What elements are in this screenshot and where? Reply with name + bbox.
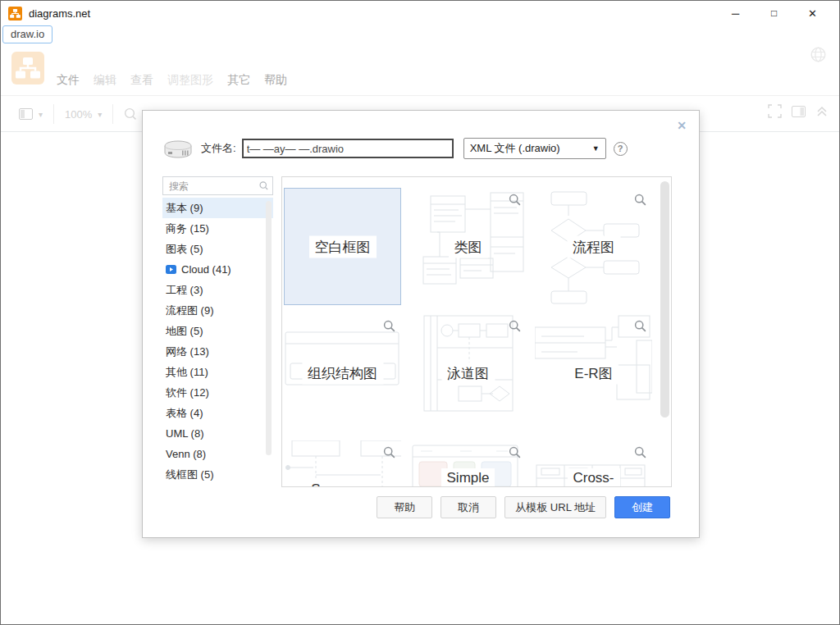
category-flowcharts[interactable]: 流程图 (9) [162, 300, 273, 321]
dialog-footer: 帮助 取消 从模板 URL 地址 创建 [377, 496, 670, 518]
magnifier-icon[interactable] [509, 320, 521, 332]
menu-file[interactable]: 文件 [57, 73, 80, 88]
zoom-in-icon[interactable] [124, 107, 137, 121]
category-cloud[interactable]: Cloud (41) [162, 259, 273, 280]
minimize-button[interactable]: ─ [716, 7, 755, 20]
template-label: Simple [441, 468, 495, 487]
template-label: 空白框图 [309, 235, 377, 258]
template-panel: 空白框图 类图 [281, 176, 672, 487]
template-scrollbar[interactable] [660, 181, 669, 417]
zoom-caret-icon[interactable]: ▾ [98, 110, 102, 119]
template-label: 流程图 [567, 235, 620, 258]
category-other[interactable]: 其他 (11) [162, 362, 273, 382]
template-label: 泳道图 [441, 362, 495, 384]
format-panel-icon[interactable] [792, 106, 806, 117]
filename-label: 文件名: [201, 141, 236, 156]
help-icon[interactable]: ? [614, 142, 628, 156]
category-wireframes[interactable]: 线框图 (5) [162, 464, 273, 485]
template-label: Cross- [567, 468, 619, 487]
tab-strip: draw.io [1, 25, 839, 46]
template-label: 类图 [449, 235, 488, 258]
dialog-header: 文件名: XML 文件 (.drawio) ▼ ? [161, 135, 628, 162]
new-diagram-dialog: ✕ 文件名: XML 文件 (.drawio) ▼ ? [142, 110, 700, 538]
template-tile-simple[interactable]: Simple [409, 440, 527, 487]
category-uml[interactable]: UML (8) [162, 423, 273, 444]
magnifier-icon[interactable] [634, 320, 646, 332]
search-icon [259, 180, 268, 191]
template-tile-org-chart[interactable]: 组织结构图 [284, 314, 401, 431]
toolbar-right-group [768, 104, 829, 118]
maximize-button[interactable]: □ [755, 7, 793, 19]
disk-icon [161, 135, 195, 162]
template-tile-swimlane[interactable]: 泳道图 [409, 314, 527, 431]
close-button[interactable]: ✕ [793, 7, 832, 20]
play-icon [166, 265, 176, 274]
magnifier-icon[interactable] [383, 320, 395, 332]
view-caret-icon[interactable]: ▾ [39, 110, 43, 119]
app-logo-icon [8, 7, 22, 21]
cancel-button[interactable]: 取消 [441, 496, 496, 518]
category-software[interactable]: 软件 (12) [162, 382, 273, 403]
chevron-down-icon: ▼ [592, 144, 600, 153]
magnifier-icon[interactable] [634, 194, 646, 206]
template-tile-class-diagram[interactable]: 类图 [409, 188, 527, 305]
app-window: diagrams.net ─ □ ✕ draw.io 文件 编辑 查看 调整图形… [0, 0, 840, 625]
filename-input[interactable] [242, 139, 454, 158]
toolbar-left-group: ▾ 100% ▾ [19, 104, 137, 124]
category-business[interactable]: 商务 (15) [162, 218, 273, 239]
tab-drawio[interactable]: draw.io [2, 25, 52, 43]
category-venn[interactable]: Venn (8) [162, 444, 273, 464]
filetype-select[interactable]: XML 文件 (.drawio) ▼ [463, 138, 606, 159]
template-label: Sequence [305, 480, 380, 487]
view-layout-icon[interactable] [19, 108, 33, 120]
search-input[interactable] [167, 180, 259, 193]
category-charts[interactable]: 图表 (5) [162, 239, 273, 259]
template-tile-cross-functional[interactable]: Cross- [535, 440, 652, 487]
magnifier-icon[interactable] [383, 446, 395, 458]
category-list: 基本 (9) 商务 (15) 图表 (5) Cloud (41) 工程 (3) … [162, 198, 273, 485]
window-title: diagrams.net [29, 7, 90, 20]
menu-extras[interactable]: 其它 [227, 73, 250, 88]
globe-icon[interactable] [810, 46, 827, 63]
category-network[interactable]: 网络 (13) [162, 341, 273, 362]
menu-items: 文件 编辑 查看 调整图形 其它 帮助 [57, 73, 287, 88]
collapse-chevrons-icon[interactable] [815, 105, 829, 117]
search-box [162, 176, 273, 195]
toolbar-separator [53, 104, 54, 124]
category-scrollbar[interactable] [266, 201, 272, 455]
template-tile-flowchart[interactable]: 流程图 [535, 188, 652, 305]
category-cloud-label: Cloud (41) [181, 259, 231, 280]
menu-edit[interactable]: 编辑 [94, 73, 116, 88]
dialog-close-icon[interactable]: ✕ [677, 119, 687, 132]
category-maps[interactable]: 地图 (5) [162, 321, 273, 341]
title-bar: diagrams.net ─ □ ✕ [1, 1, 839, 25]
from-template-url-button[interactable]: 从模板 URL 地址 [504, 496, 606, 518]
menu-arrange[interactable]: 调整图形 [167, 73, 213, 88]
template-tile-blank[interactable]: 空白框图 [284, 188, 401, 305]
magnifier-icon[interactable] [509, 446, 521, 458]
create-button[interactable]: 创建 [614, 496, 670, 518]
template-label: E-R图 [568, 362, 618, 384]
category-engineering[interactable]: 工程 (3) [162, 280, 273, 300]
zoom-level[interactable]: 100% [65, 108, 92, 121]
category-panel: 基本 (9) 商务 (15) 图表 (5) Cloud (41) 工程 (3) … [162, 176, 273, 485]
magnifier-icon[interactable] [509, 194, 521, 206]
menu-bar: 文件 编辑 查看 调整图形 其它 帮助 [1, 46, 839, 95]
template-tile-er-diagram[interactable]: E-R图 [535, 314, 652, 431]
fullscreen-icon[interactable] [768, 104, 782, 118]
filetype-value: XML 文件 (.drawio) [470, 141, 560, 156]
window-controls: ─ □ ✕ [716, 7, 832, 20]
magnifier-icon[interactable] [634, 446, 646, 458]
category-basic[interactable]: 基本 (9) [162, 198, 273, 218]
help-button[interactable]: 帮助 [377, 496, 432, 518]
template-label: 组织结构图 [302, 362, 383, 384]
template-tile-sequence[interactable]: Sequence [284, 440, 401, 487]
menu-help[interactable]: 帮助 [264, 73, 287, 88]
category-tables[interactable]: 表格 (4) [162, 403, 273, 423]
toolbar-separator [112, 104, 113, 124]
menu-view[interactable]: 查看 [130, 73, 153, 88]
app-logo-watermark [11, 50, 44, 86]
